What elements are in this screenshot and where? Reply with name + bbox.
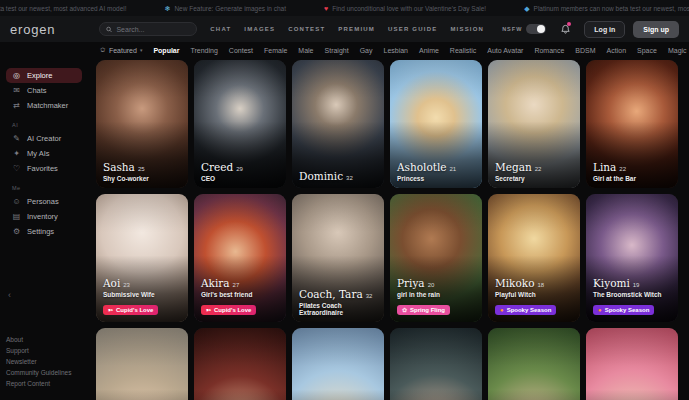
box-icon: ▤ (12, 212, 21, 221)
sidebar-item-label: Explore (27, 71, 52, 80)
sidebar-item-ai-creator[interactable]: ✎AI Creator (6, 131, 82, 146)
chips-container: PopularTrendingContestFemaleMaleStraight… (153, 47, 689, 54)
character-age: 32 (366, 293, 373, 299)
character-card[interactable]: Creed 29 CEO (194, 60, 286, 188)
chip-contest[interactable]: Contest (229, 47, 253, 54)
footer-link-report-content[interactable]: Report Content (6, 380, 82, 387)
character-card[interactable]: Priya 20 girl in the rain ✿ Spring Fling (390, 194, 482, 322)
nsfw-toggle[interactable] (526, 24, 546, 34)
event-badge: ➳ Cupid's Love (201, 305, 256, 315)
nav-link-user-guide[interactable]: User Guide (388, 26, 437, 32)
sidebar-item-my-ais[interactable]: ✦My AIs (6, 146, 82, 161)
character-card[interactable]: Sasha 25 Shy Co-worker (96, 60, 188, 188)
character-card[interactable]: Asholotle 21 Princess (390, 60, 482, 188)
nav-link-mission[interactable]: Mission (450, 26, 484, 32)
sidebar-collapse-button[interactable]: ‹ (8, 290, 11, 300)
sidebar-item-explore[interactable]: ◎Explore (6, 68, 82, 83)
character-subtitle: Secretary (495, 175, 573, 182)
character-name: Creed (201, 161, 233, 173)
character-name: Asholotle (397, 161, 447, 173)
character-subtitle: girl in the rain (397, 291, 475, 298)
chip-space[interactable]: Space (637, 47, 657, 54)
chip-gay[interactable]: Gay (360, 47, 373, 54)
badge-label: Cupid's Love (116, 307, 153, 313)
pumpkin-icon: ● (598, 307, 602, 313)
banner-item: ❄New Feature: Generate images in chat (165, 5, 287, 12)
compass-icon: ◎ (12, 71, 21, 80)
sidebar-item-matchmaker[interactable]: ⇄Matchmaker (6, 98, 82, 113)
chip-male[interactable]: Male (298, 47, 313, 54)
character-card[interactable] (194, 328, 286, 400)
chip-trending[interactable]: Trending (190, 47, 217, 54)
sidebar-item-label: Personas (27, 197, 59, 206)
chip-lesbian[interactable]: Lesbian (383, 47, 408, 54)
star-icon: ✩ (100, 46, 106, 54)
character-card[interactable]: Megan 22 Secretary (488, 60, 580, 188)
card-meta: Aoi 23 Submissive Wife ➳ Cupid's Love (96, 271, 188, 322)
nav-link-chat[interactable]: Chat (210, 26, 231, 32)
footer-link-support[interactable]: Support (6, 347, 82, 354)
character-card[interactable]: Lina 22 Girl at the Bar (586, 60, 678, 188)
character-card[interactable] (390, 328, 482, 400)
login-button[interactable]: Log in (584, 21, 625, 38)
sidebar-item-favorites[interactable]: ♡Favorites (6, 161, 82, 176)
notifications-button[interactable] (558, 22, 572, 36)
character-card[interactable]: Mikoko 18 Playful Witch ● Spooky Season (488, 194, 580, 322)
chip-magic[interactable]: Magic (668, 47, 687, 54)
character-name: Lina (593, 161, 616, 173)
chip-popular[interactable]: Popular (153, 47, 179, 54)
chip-auto-avatar[interactable]: Auto Avatar (487, 47, 523, 54)
sidebar-item-label: Favorites (27, 164, 58, 173)
character-card[interactable]: Coach, Tara 32 Pilates Coach Extraordina… (292, 194, 384, 322)
badge-label: Cupid's Love (214, 307, 251, 313)
chip-romance[interactable]: Romance (534, 47, 564, 54)
chip-straight[interactable]: Straight (325, 47, 349, 54)
chip-bdsm[interactable]: BDSM (575, 47, 595, 54)
search-input[interactable] (116, 26, 190, 33)
card-meta: Creed 29 CEO (194, 155, 286, 188)
chevron-down-icon: ▾ (140, 47, 143, 53)
character-age: 29 (236, 166, 243, 172)
card-meta: Sasha 25 Shy Co-worker (96, 155, 188, 188)
chip-female[interactable]: Female (264, 47, 287, 54)
banner-item: ◆Platinum members can now beta test our … (524, 5, 689, 12)
chip-anime[interactable]: Anime (419, 47, 439, 54)
badge-label: Spring Fling (410, 307, 445, 313)
image-shade (586, 328, 678, 400)
footer-link-community-guidelines[interactable]: Community Guidelines (6, 369, 82, 376)
sidebar-item-personas[interactable]: ☺Personas (6, 194, 82, 209)
character-card[interactable]: Akira 27 Girl's best friend ➳ Cupid's Lo… (194, 194, 286, 322)
search-bar[interactable] (99, 22, 197, 36)
character-card[interactable]: Kiyomi 19 The Broomstick Witch ● Spooky … (586, 194, 678, 322)
card-meta: Dominic 32 (292, 164, 384, 188)
pumpkin-icon: ● (500, 307, 504, 313)
sidebar-item-chats[interactable]: ✉Chats (6, 83, 82, 98)
footer-link-about[interactable]: About (6, 336, 82, 343)
banner-item: ♥Find unconditional love with our Valent… (324, 5, 486, 12)
image-shade (292, 328, 384, 400)
character-card[interactable] (292, 328, 384, 400)
character-subtitle: Pilates Coach Extraordinaire (299, 302, 377, 316)
card-meta: Kiyomi 19 The Broomstick Witch ● Spooky … (586, 271, 678, 322)
nav-link-premium[interactable]: Premium (338, 26, 375, 32)
sidebar-item-label: Settings (27, 227, 54, 236)
chip-action[interactable]: Action (607, 47, 626, 54)
card-meta: Akira 27 Girl's best friend ➳ Cupid's Lo… (194, 271, 286, 322)
sidebar-item-inventory[interactable]: ▤Inventory (6, 209, 82, 224)
footer-link-newsletter[interactable]: Newsletter (6, 358, 82, 365)
nav-link-contest[interactable]: Contest (288, 26, 325, 32)
sidebar-item-settings[interactable]: ⚙Settings (6, 224, 82, 239)
character-card[interactable] (488, 328, 580, 400)
event-badge: ● Spooky Season (495, 305, 556, 315)
character-card[interactable] (96, 328, 188, 400)
sidebar-item-label: Matchmaker (27, 101, 68, 110)
character-card[interactable] (586, 328, 678, 400)
character-subtitle: Girl at the Bar (593, 175, 671, 182)
character-name: Dominic (299, 170, 343, 182)
chip-realistic[interactable]: Realistic (450, 47, 476, 54)
signup-button[interactable]: Sign up (633, 21, 679, 38)
character-card[interactable]: Dominic 32 (292, 60, 384, 188)
nav-link-images[interactable]: Images (244, 26, 275, 32)
featured-dropdown[interactable]: ✩ Featured ▾ (100, 46, 142, 54)
character-card[interactable]: Aoi 23 Submissive Wife ➳ Cupid's Love (96, 194, 188, 322)
